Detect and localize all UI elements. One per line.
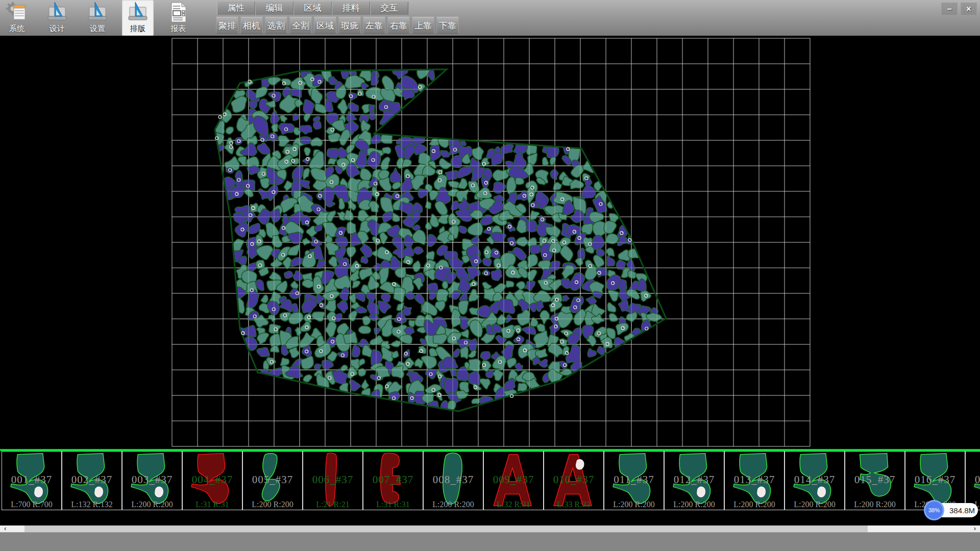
status-bar [0, 532, 980, 551]
tool-button[interactable]: 全割 [289, 17, 312, 34]
part-lr-label: L:21 R:21 [303, 500, 362, 509]
part-thumbnail[interactable]: 005_#37 L:200 R:200 [242, 451, 303, 510]
memory-label: 384.8M [949, 506, 975, 515]
part-lr-label: L:200 R:200 [604, 500, 664, 509]
part-id-label: 013_#37 [725, 473, 784, 486]
part-id-label: 014_#37 [785, 473, 844, 486]
part-id-label: 005_#37 [243, 473, 302, 486]
part-lr-label: L:132 R:132 [62, 500, 121, 509]
nesting-canvas[interactable] [0, 36, 980, 451]
part-id-label: 002_#37 [62, 473, 121, 486]
main-button-label: 报表 [170, 24, 186, 34]
progress-percent-badge: 38% [924, 500, 944, 520]
part-id-label: 012_#37 [665, 473, 724, 486]
part-thumbnail[interactable]: 007_#37 L:31 R:31 [363, 451, 423, 510]
part-lr-label: L:200 R:200 [122, 500, 182, 509]
part-thumbnail[interactable]: 011_#37 L:200 R:200 [604, 451, 664, 510]
part-lr-label: L:33 R:33 [544, 500, 603, 509]
main-button-label: 系统 [9, 24, 24, 34]
part-thumbnail[interactable]: 008_#37 L:200 R:200 [423, 451, 483, 510]
part-thumbnail[interactable]: 004_#37 L:31 R:31 [182, 451, 242, 510]
main-button-settings[interactable]: 设置 [82, 0, 113, 36]
part-lr-label: L:31 R:31 [183, 500, 242, 509]
part-thumbnail[interactable]: 002_#37 L:132 R:132 [62, 451, 122, 510]
part-thumbnail[interactable]: 013_#37 L:200 R:200 [724, 451, 785, 510]
main-button-label: 排版 [130, 24, 145, 34]
horizontal-scrollbar[interactable]: ‹ › [0, 525, 980, 532]
tool-button[interactable]: 聚排 [216, 17, 238, 34]
tool-button-row: 聚排相机选割全割区域瑕疵左靠右靠上靠下靠 [216, 17, 459, 34]
menu-tab[interactable]: 属性 [217, 2, 255, 15]
toolbar: 系统 设计 设置 [0, 0, 980, 36]
part-thumbnail[interactable]: 003_#37 L:200 R:200 [122, 451, 182, 510]
part-thumbnail[interactable]: 017_#37 L:200 R:200 [965, 451, 980, 510]
part-id-label: 009_#37 [484, 473, 543, 486]
ruler-icon [127, 1, 149, 23]
part-id-label: 016_#37 [905, 473, 965, 486]
progress-pill: 38% 384.8M [931, 503, 978, 517]
menu-tab[interactable]: 编辑 [255, 2, 293, 15]
part-lr-label: L:200 R:200 [785, 500, 844, 509]
part-thumbnail[interactable]: 009_#37 L:32 R:31 [483, 451, 544, 510]
part-thumbnail[interactable]: 006_#37 L:21 R:21 [303, 451, 363, 510]
tool-button[interactable]: 左靠 [363, 17, 385, 34]
parts-strip: 001_#37 L:700 R:700 002_#37 L:132 R:132 … [0, 451, 980, 511]
menu-tab[interactable]: 区域 [293, 2, 332, 15]
window-controls: − × [941, 3, 977, 15]
main-button-layout[interactable]: 排版 [122, 0, 154, 36]
part-id-label: 011_#37 [604, 473, 664, 486]
tool-button[interactable]: 下靠 [436, 17, 459, 34]
part-thumbnail[interactable]: 015_#37 L:200 R:200 [845, 451, 905, 510]
main-button-group: 系统 设计 设置 [1, 0, 203, 36]
main-button-system[interactable]: 系统 [1, 0, 33, 36]
nest-canvas-svg [0, 36, 980, 451]
tool-button[interactable]: 区域 [314, 17, 336, 34]
part-lr-label: L:200 R:200 [424, 500, 483, 509]
part-id-label: 004_#37 [183, 473, 242, 486]
part-lr-label: L:200 R:200 [665, 500, 724, 509]
menu-tab[interactable]: 排料 [332, 2, 370, 15]
main-button-label: 设置 [90, 24, 105, 34]
report-icon [167, 1, 189, 23]
scroll-right-icon[interactable]: › [974, 525, 976, 532]
part-thumbnail[interactable]: 001_#37 L:700 R:700 [2, 451, 62, 510]
menu-tab-row: 属性编辑区域排料交互 [217, 2, 408, 15]
tool-button[interactable]: 选割 [265, 17, 287, 34]
part-lr-label: L:200 R:200 [725, 500, 784, 509]
close-button[interactable]: × [961, 3, 977, 15]
tool-button[interactable]: 上靠 [412, 17, 434, 34]
part-thumbnail[interactable]: 012_#37 L:200 R:200 [664, 451, 724, 510]
part-lr-label: L:200 R:200 [845, 500, 904, 509]
tool-button[interactable]: 相机 [240, 17, 263, 34]
gear-document-icon [6, 1, 28, 23]
scroll-left-icon[interactable]: ‹ [4, 525, 6, 532]
part-id-label: 008_#37 [424, 473, 483, 486]
part-lr-label: L:32 R:31 [484, 500, 543, 509]
part-id-label: 006_#37 [303, 473, 362, 486]
part-id-label: 001_#37 [2, 473, 61, 486]
part-id-label: 015_#37 [845, 473, 904, 486]
part-id-label: 003_#37 [122, 473, 182, 486]
part-lr-label: L:700 R:700 [2, 500, 61, 509]
ruler-icon [46, 1, 68, 23]
part-id-label: 010_#37 [544, 473, 603, 486]
menu-tab[interactable]: 交互 [370, 2, 408, 15]
tool-button[interactable]: 瑕疵 [338, 17, 361, 34]
main-button-label: 设计 [50, 24, 65, 34]
part-lr-label: L:31 R:31 [363, 500, 423, 509]
ruler-icon [87, 1, 108, 23]
part-id-label: 017_#37 [966, 473, 980, 486]
part-lr-label: L:200 R:200 [243, 500, 302, 509]
scrollbar-thumb[interactable] [24, 525, 868, 532]
part-thumbnail[interactable]: 014_#37 L:200 R:200 [785, 451, 845, 510]
main-button-design[interactable]: 设计 [41, 0, 73, 36]
tool-button[interactable]: 右靠 [387, 17, 410, 34]
minimize-button[interactable]: − [941, 3, 958, 15]
part-thumbnail[interactable]: 010_#37 L:33 R:33 [544, 451, 604, 510]
main-button-report[interactable]: 报表 [162, 0, 194, 36]
part-id-label: 007_#37 [363, 473, 423, 486]
